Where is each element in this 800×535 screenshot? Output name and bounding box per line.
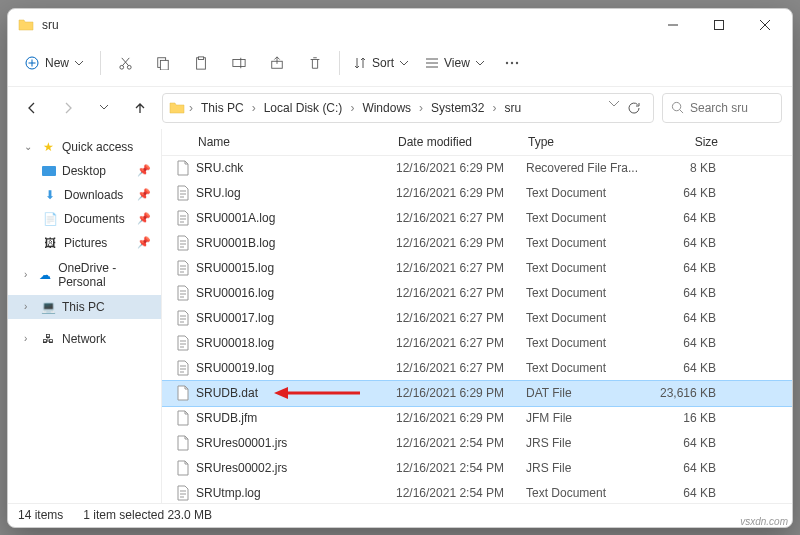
sidebar: ⌄★Quick access Desktop📌 ⬇Downloads📌 📄Doc…	[8, 129, 162, 503]
col-type[interactable]: Type	[528, 135, 648, 149]
sort-button[interactable]: Sort	[346, 52, 416, 74]
table-row[interactable]: SRU00015.log12/16/2021 6:27 PMText Docum…	[162, 256, 792, 281]
file-icon	[176, 335, 196, 351]
up-button[interactable]	[126, 94, 154, 122]
file-list: Name Date modified Type Size SRU.chk12/1…	[162, 129, 792, 503]
status-selection: 1 item selected 23.0 MB	[83, 508, 212, 522]
back-button[interactable]	[18, 94, 46, 122]
chevron-right-icon: ›	[417, 101, 425, 115]
rename-button[interactable]	[221, 47, 257, 79]
file-size: 64 KB	[646, 436, 716, 450]
chevron-down-icon[interactable]	[609, 101, 619, 107]
file-date: 12/16/2021 2:54 PM	[396, 436, 526, 450]
sidebar-label: OneDrive - Personal	[58, 261, 151, 289]
col-size[interactable]: Size	[648, 135, 718, 149]
sidebar-label: Desktop	[62, 164, 106, 178]
chevron-right-icon: ›	[24, 333, 34, 344]
file-date: 12/16/2021 6:29 PM	[396, 236, 526, 250]
sidebar-item-documents[interactable]: 📄Documents📌	[8, 207, 161, 231]
sidebar-item-quickaccess[interactable]: ⌄★Quick access	[8, 135, 161, 159]
file-icon	[176, 185, 196, 201]
crumb-sru[interactable]: sru	[500, 99, 525, 117]
file-size: 64 KB	[646, 186, 716, 200]
file-date: 12/16/2021 6:29 PM	[396, 386, 526, 400]
refresh-icon[interactable]	[627, 101, 641, 115]
file-icon	[176, 410, 196, 426]
sidebar-label: Downloads	[64, 188, 123, 202]
cut-button[interactable]	[107, 47, 143, 79]
file-type: Text Document	[526, 286, 646, 300]
maximize-button[interactable]	[696, 9, 742, 41]
chevron-right-icon: ›	[187, 101, 195, 115]
file-type: Text Document	[526, 211, 646, 225]
breadcrumb[interactable]: › This PC› Local Disk (C:)› Windows› Sys…	[162, 93, 654, 123]
arrow-left-icon	[25, 101, 39, 115]
table-row[interactable]: SRU00016.log12/16/2021 6:27 PMText Docum…	[162, 281, 792, 306]
file-icon	[176, 360, 196, 376]
arrow-up-icon	[133, 101, 147, 115]
file-date: 12/16/2021 6:27 PM	[396, 211, 526, 225]
table-row[interactable]: SRU0001A.log12/16/2021 6:27 PMText Docum…	[162, 206, 792, 231]
view-button[interactable]: View	[418, 52, 492, 74]
search-box[interactable]	[662, 93, 782, 123]
table-row[interactable]: SRU00017.log12/16/2021 6:27 PMText Docum…	[162, 306, 792, 331]
search-input[interactable]	[690, 101, 770, 115]
file-type: Text Document	[526, 486, 646, 500]
file-date: 12/16/2021 6:29 PM	[396, 411, 526, 425]
table-row[interactable]: SRU.chk12/16/2021 6:29 PMRecovered File …	[162, 156, 792, 181]
table-row[interactable]: SRUDB.dat12/16/2021 6:29 PMDAT File23,61…	[162, 381, 792, 406]
share-button[interactable]	[259, 47, 295, 79]
file-size: 64 KB	[646, 261, 716, 275]
desktop-icon	[42, 166, 56, 176]
file-date: 12/16/2021 2:54 PM	[396, 461, 526, 475]
folder-icon	[18, 17, 34, 33]
table-row[interactable]: SRUtmp.log12/16/2021 2:54 PMText Documen…	[162, 481, 792, 503]
file-icon	[176, 210, 196, 226]
paste-button[interactable]	[183, 47, 219, 79]
file-size: 64 KB	[646, 211, 716, 225]
delete-button[interactable]	[297, 47, 333, 79]
chevron-down-icon	[476, 61, 484, 66]
copy-button[interactable]	[145, 47, 181, 79]
table-row[interactable]: SRUres00001.jrs12/16/2021 2:54 PMJRS Fil…	[162, 431, 792, 456]
sidebar-item-network[interactable]: ›🖧Network	[8, 327, 161, 351]
col-date[interactable]: Date modified	[398, 135, 528, 149]
title-bar[interactable]: sru	[8, 9, 792, 41]
file-type: JFM File	[526, 411, 646, 425]
chevron-down-icon	[100, 105, 108, 110]
file-size: 64 KB	[646, 461, 716, 475]
table-row[interactable]: SRUDB.jfm12/16/2021 6:29 PMJFM File16 KB	[162, 406, 792, 431]
crumb-windows[interactable]: Windows	[358, 99, 415, 117]
column-headers[interactable]: Name Date modified Type Size	[162, 129, 792, 156]
crumb-drive[interactable]: Local Disk (C:)	[260, 99, 347, 117]
forward-button[interactable]	[54, 94, 82, 122]
file-date: 12/16/2021 6:27 PM	[396, 361, 526, 375]
sidebar-item-pictures[interactable]: 🖼Pictures📌	[8, 231, 161, 255]
col-name[interactable]: Name	[198, 135, 398, 149]
minimize-button[interactable]	[650, 9, 696, 41]
close-button[interactable]	[742, 9, 788, 41]
sidebar-item-downloads[interactable]: ⬇Downloads📌	[8, 183, 161, 207]
file-size: 64 KB	[646, 286, 716, 300]
file-icon	[176, 260, 196, 276]
file-name: SRU00018.log	[196, 336, 396, 350]
svg-point-24	[672, 102, 680, 110]
table-row[interactable]: SRU00018.log12/16/2021 6:27 PMText Docum…	[162, 331, 792, 356]
new-button[interactable]: New	[14, 51, 94, 75]
table-row[interactable]: SRU0001B.log12/16/2021 6:29 PMText Docum…	[162, 231, 792, 256]
table-row[interactable]: SRU00019.log12/16/2021 6:27 PMText Docum…	[162, 356, 792, 381]
recent-button[interactable]	[90, 94, 118, 122]
chevron-down-icon	[75, 61, 83, 66]
sidebar-item-thispc[interactable]: ›💻This PC	[8, 295, 161, 319]
folder-icon	[169, 100, 185, 116]
svg-rect-12	[160, 60, 168, 70]
sidebar-item-onedrive[interactable]: ›☁OneDrive - Personal	[8, 263, 161, 287]
sidebar-item-desktop[interactable]: Desktop📌	[8, 159, 161, 183]
pin-icon: 📌	[137, 236, 151, 249]
table-row[interactable]: SRUres00002.jrs12/16/2021 2:54 PMJRS Fil…	[162, 456, 792, 481]
crumb-thispc[interactable]: This PC	[197, 99, 248, 117]
more-button[interactable]	[494, 47, 530, 79]
table-row[interactable]: SRU.log12/16/2021 6:29 PMText Document64…	[162, 181, 792, 206]
crumb-system32[interactable]: System32	[427, 99, 488, 117]
watermark: vsxdn.com	[740, 516, 788, 527]
